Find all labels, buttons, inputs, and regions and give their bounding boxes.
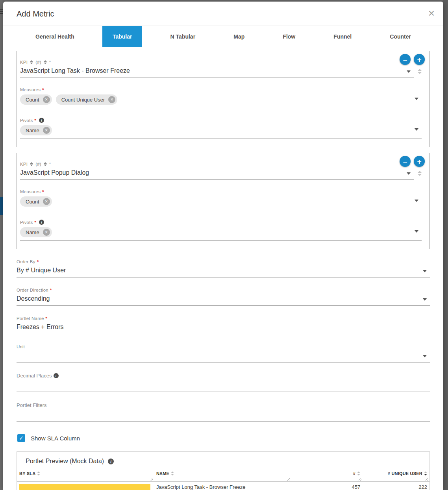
pivots-label: Pivots* i: [20, 118, 422, 123]
kpi-label: KPI (#) *: [20, 60, 422, 65]
chevron-down-icon[interactable]: [415, 128, 418, 131]
remove-kpi-button[interactable]: –: [400, 156, 411, 167]
background-sidebar-edge: [0, 0, 3, 490]
close-icon[interactable]: ×: [428, 8, 435, 19]
portlet-preview-card: Portlet Preview (Mock Data) i BY SLA NAM…: [17, 451, 430, 490]
order-direction-select[interactable]: Descending: [17, 292, 430, 306]
unit-select[interactable]: [17, 349, 430, 362]
menu-icon: [0, 9, 3, 15]
portlet-name-label: Portlet Name: [17, 316, 44, 321]
sort-icon[interactable]: [357, 472, 360, 475]
chip-remove-icon[interactable]: ×: [108, 96, 115, 103]
sort-icon[interactable]: [171, 472, 174, 475]
portlet-filters-field: Portlet Filters: [17, 402, 430, 422]
required-mark: *: [35, 118, 37, 123]
info-icon[interactable]: i: [39, 118, 44, 123]
order-direction-field: Order Direction* Descending: [17, 288, 430, 306]
add-metric-dialog: Add Metric × General Health Tabular N Ta…: [3, 2, 443, 490]
order-direction-label: Order Direction: [17, 288, 48, 292]
dialog-header: Add Metric ×: [3, 2, 443, 26]
sla-bar: [19, 484, 150, 490]
pivot-chip: Name ×: [20, 125, 52, 135]
info-icon[interactable]: i: [108, 459, 114, 464]
show-sla-row: ✓ Show SLA Column: [17, 434, 430, 442]
show-sla-label: Show SLA Column: [31, 435, 80, 442]
column-resize-handle[interactable]: [425, 477, 429, 481]
add-kpi-button[interactable]: +: [414, 156, 425, 167]
decimal-places-label: Decimal Places: [17, 373, 52, 379]
kpi-weight-stepper[interactable]: [418, 171, 422, 176]
measures-select[interactable]: Count × Count Unique User ×: [20, 92, 422, 108]
required-mark: *: [50, 288, 52, 292]
cell-count: 457: [291, 482, 363, 490]
remove-kpi-button[interactable]: –: [400, 54, 411, 65]
pivots-select[interactable]: Name ×: [20, 225, 422, 241]
portlet-name-input[interactable]: Freezes + Errors: [17, 321, 430, 334]
kpi-label-weight: (#): [35, 162, 41, 166]
order-direction-value: Descending: [17, 295, 423, 302]
tab-counter[interactable]: Counter: [380, 26, 421, 47]
measures-label: Measures*: [20, 87, 422, 92]
tab-general-health[interactable]: General Health: [25, 26, 85, 47]
column-resize-handle[interactable]: [287, 477, 291, 481]
kpi-required-mark: *: [49, 162, 51, 166]
info-icon[interactable]: i: [54, 373, 59, 378]
sort-icon[interactable]: [37, 472, 40, 475]
tab-flow[interactable]: Flow: [272, 26, 305, 47]
kpi-card-2: – + KPI (#) * JavaScript Popup Dialog Me: [17, 153, 430, 249]
kpi-reorder-icon: [30, 162, 33, 166]
chip-remove-icon[interactable]: ×: [43, 198, 50, 205]
table-row: JavaScript Long Task - Browser Freeze 45…: [17, 482, 429, 490]
required-mark: *: [35, 220, 37, 225]
chevron-down-icon[interactable]: [407, 172, 411, 175]
metric-type-tabs: General Health Tabular N Tabular Map Flo…: [3, 26, 443, 47]
portlet-filters-input[interactable]: [17, 408, 430, 422]
column-resize-handle[interactable]: [358, 477, 362, 481]
kpi-label: KPI (#) *: [20, 162, 422, 166]
chevron-down-icon[interactable]: [415, 200, 418, 202]
chevron-down-icon[interactable]: [415, 98, 418, 100]
order-by-value: By # Unique User: [17, 267, 423, 274]
column-resize-handle[interactable]: [150, 477, 153, 481]
info-icon[interactable]: i: [39, 220, 44, 225]
kpi-weight-reorder-icon: [44, 162, 47, 166]
required-mark: *: [42, 189, 44, 194]
kpi-label-text: KPI: [20, 162, 28, 166]
chip-remove-icon[interactable]: ×: [43, 229, 50, 236]
column-header-by-sla[interactable]: BY SLA: [17, 470, 154, 482]
required-mark: *: [46, 316, 48, 321]
measures-label: Measures*: [20, 189, 422, 194]
sort-icon-active[interactable]: [424, 472, 427, 475]
tab-n-tabular[interactable]: N Tabular: [160, 26, 206, 47]
chip-remove-icon[interactable]: ×: [43, 127, 50, 134]
kpi-weight-stepper[interactable]: [418, 69, 422, 74]
kpi-select[interactable]: JavaScript Long Task - Browser Freeze: [20, 65, 414, 78]
cell-name: JavaScript Long Task - Browser Freeze: [154, 482, 291, 490]
measures-select[interactable]: Count ×: [20, 194, 422, 210]
chevron-down-icon[interactable]: [415, 230, 418, 233]
tab-tabular[interactable]: Tabular: [102, 26, 143, 47]
tab-funnel[interactable]: Funnel: [323, 26, 362, 47]
pivots-select[interactable]: Name ×: [20, 123, 422, 139]
show-sla-checkbox[interactable]: ✓: [17, 434, 25, 442]
chevron-down-icon[interactable]: [423, 355, 427, 357]
tab-map[interactable]: Map: [223, 26, 255, 47]
required-mark: *: [42, 87, 44, 92]
chevron-down-icon[interactable]: [407, 70, 411, 73]
column-header-name[interactable]: NAME: [154, 470, 291, 482]
kpi-select[interactable]: JavaScript Popup Dialog: [20, 166, 414, 180]
chevron-down-icon[interactable]: [423, 298, 427, 301]
decimal-places-input[interactable]: [17, 379, 430, 392]
kpi-card-1: – + KPI (#) * JavaScript Long Task - Bro…: [17, 51, 430, 147]
measure-chip: Count Unique User ×: [56, 94, 118, 105]
kpi-required-mark: *: [49, 60, 51, 65]
column-header-count[interactable]: #: [291, 470, 363, 482]
column-header-unique-user[interactable]: # UNIQUE USER: [363, 470, 429, 482]
order-by-select[interactable]: By # Unique User: [17, 264, 430, 277]
chip-remove-icon[interactable]: ×: [43, 96, 50, 103]
dialog-body: – + KPI (#) * JavaScript Long Task - Bro…: [3, 47, 443, 490]
decimal-places-field: Decimal Places i: [17, 373, 430, 392]
kpi-label-text: KPI: [20, 60, 28, 65]
add-kpi-button[interactable]: +: [414, 54, 425, 65]
chevron-down-icon[interactable]: [423, 270, 427, 272]
